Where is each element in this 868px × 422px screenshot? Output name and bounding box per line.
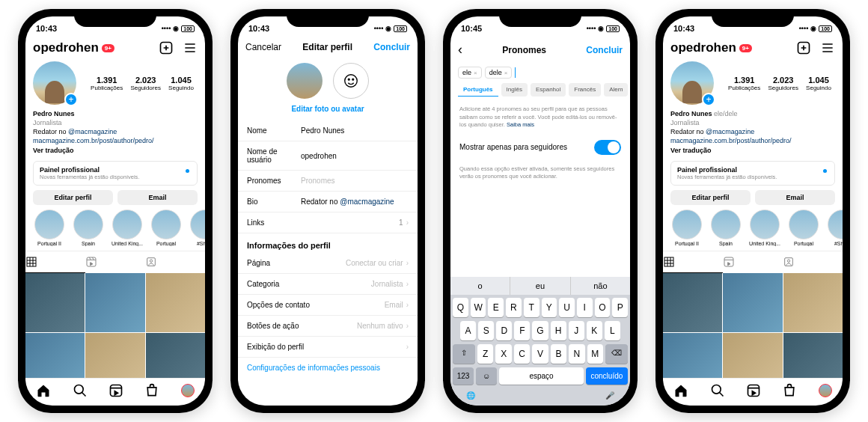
highlight-item[interactable]: #Shoto (826, 210, 843, 246)
post-thumbnail[interactable] (783, 273, 843, 332)
key-emoji[interactable]: ☺ (476, 367, 497, 385)
edit-profile-button[interactable]: Editar perfil (670, 190, 751, 205)
key-y[interactable]: Y (542, 298, 557, 317)
stat-following[interactable]: 1.045Seguindo (806, 76, 831, 91)
key-m[interactable]: M (587, 344, 603, 364)
field-username[interactable]: Nome de usuárioopedrohen (238, 141, 418, 171)
field-action-buttons[interactable]: Botões de açãoNenhum ativo› (238, 316, 418, 337)
key-f[interactable]: F (514, 321, 530, 340)
post-thumbnail[interactable] (723, 273, 782, 332)
key-g[interactable]: G (532, 321, 548, 340)
lang-tab-portuguese[interactable]: Português (458, 83, 498, 97)
done-button[interactable]: Concluir (586, 45, 623, 55)
field-pronouns[interactable]: PronomesPronomes (238, 171, 418, 192)
remove-token-icon[interactable]: × (474, 70, 477, 76)
back-button[interactable]: ‹ (458, 42, 462, 58)
tab-reels[interactable] (723, 251, 783, 273)
key-l[interactable]: L (605, 321, 620, 340)
profile-photo[interactable] (287, 63, 323, 99)
highlight-item[interactable]: Portugal (150, 210, 183, 246)
create-post-icon[interactable] (796, 40, 811, 55)
add-story-icon[interactable]: + (64, 93, 78, 106)
field-page[interactable]: PáginaConectar ou criar› (238, 253, 418, 274)
highlight-item[interactable]: Portugal (787, 210, 820, 246)
add-story-icon[interactable]: + (702, 93, 715, 106)
nav-search-icon[interactable] (710, 383, 725, 398)
post-thumbnail[interactable] (25, 273, 85, 332)
nav-shop-icon[interactable] (782, 383, 797, 398)
professional-panel[interactable]: Painel profissional Novas ferramentas já… (670, 161, 835, 186)
key-x[interactable]: X (495, 344, 511, 364)
avatar-option-icon[interactable] (333, 63, 369, 99)
key-r[interactable]: R (506, 298, 522, 317)
create-post-icon[interactable] (159, 40, 174, 55)
nav-shop-icon[interactable] (144, 383, 159, 398)
key-a[interactable]: A (460, 321, 476, 340)
edit-profile-button[interactable]: Editar perfil (33, 190, 113, 205)
highlight-item[interactable]: United King... (111, 210, 144, 246)
bio-mention[interactable]: @macmagazine (706, 128, 754, 135)
tab-grid[interactable] (663, 251, 723, 273)
key-o[interactable]: O (595, 298, 611, 317)
nav-reels-icon[interactable] (109, 383, 123, 398)
key-p[interactable]: P (612, 298, 628, 317)
key-done[interactable]: concluído (586, 367, 628, 385)
nav-reels-icon[interactable] (746, 383, 761, 398)
profile-avatar[interactable]: + (670, 61, 714, 105)
stat-followers[interactable]: 2.023Seguidores (130, 76, 160, 91)
key-h[interactable]: H (551, 321, 566, 340)
stat-posts[interactable]: 1.391Publicações (728, 76, 760, 91)
highlight-item[interactable]: Portugal II (670, 210, 703, 246)
done-button[interactable]: Concluir (373, 42, 410, 52)
stat-following[interactable]: 1.045Seguindo (168, 76, 194, 91)
post-thumbnail[interactable] (85, 273, 144, 332)
key-e[interactable]: E (488, 298, 504, 317)
lang-tab-spanish[interactable]: Espanhol (531, 83, 566, 97)
cancel-button[interactable]: Cancelar (245, 42, 281, 52)
field-name[interactable]: NomePedro Nunes (238, 120, 418, 141)
key-i[interactable]: I (577, 298, 593, 317)
remove-token-icon[interactable]: × (504, 70, 508, 76)
menu-icon[interactable] (820, 40, 835, 55)
post-thumbnail[interactable] (85, 333, 144, 378)
key-space[interactable]: espaço (499, 367, 584, 385)
followers-only-toggle[interactable] (594, 140, 621, 155)
globe-icon[interactable]: 🌐 (466, 391, 475, 400)
translate-link[interactable]: Ver tradução (33, 146, 198, 155)
key-numbers[interactable]: 123 (453, 367, 474, 385)
suggestion[interactable]: eu (510, 277, 570, 295)
nav-home-icon[interactable] (673, 383, 688, 398)
highlight-item[interactable]: Portugal II (33, 210, 66, 246)
professional-panel[interactable]: Painel profissional Novas ferramentas já… (33, 161, 198, 186)
highlight-item[interactable]: United King... (748, 210, 781, 246)
post-thumbnail[interactable] (783, 333, 843, 378)
key-w[interactable]: W (471, 298, 486, 317)
pronoun-input[interactable]: ele× dele× (450, 62, 630, 83)
key-backspace[interactable]: ⌫ (605, 344, 628, 364)
personal-info-link[interactable]: Configurações de informações pessoais (238, 358, 418, 378)
stat-followers[interactable]: 2.023Seguidores (768, 76, 798, 91)
highlight-item[interactable]: Spain (72, 210, 105, 246)
nav-profile-icon[interactable] (819, 384, 832, 397)
tab-reels[interactable] (85, 251, 145, 273)
bio-url[interactable]: macmagazine.com.br/post/author/pedro/ (33, 136, 198, 145)
suggestion[interactable]: o (450, 277, 510, 295)
suggestion[interactable]: não (571, 277, 630, 295)
post-thumbnail[interactable] (146, 333, 205, 378)
edit-photo-link[interactable]: Editar foto ou avatar (238, 102, 418, 120)
key-v[interactable]: V (532, 344, 548, 364)
pronoun-token[interactable]: dele× (485, 67, 513, 79)
lang-tab-german[interactable]: Alem (604, 83, 628, 97)
key-q[interactable]: Q (453, 298, 468, 317)
post-thumbnail[interactable] (663, 273, 722, 332)
translate-link[interactable]: Ver tradução (670, 146, 835, 155)
key-shift[interactable]: ⇧ (453, 344, 475, 364)
menu-icon[interactable] (183, 40, 198, 55)
post-thumbnail[interactable] (723, 333, 782, 378)
field-contact[interactable]: Opções de contatoEmail› (238, 295, 418, 316)
post-thumbnail[interactable] (146, 273, 205, 332)
key-t[interactable]: T (524, 298, 540, 317)
key-k[interactable]: K (587, 321, 602, 340)
key-j[interactable]: J (569, 321, 584, 340)
email-button[interactable]: Email (117, 190, 198, 205)
